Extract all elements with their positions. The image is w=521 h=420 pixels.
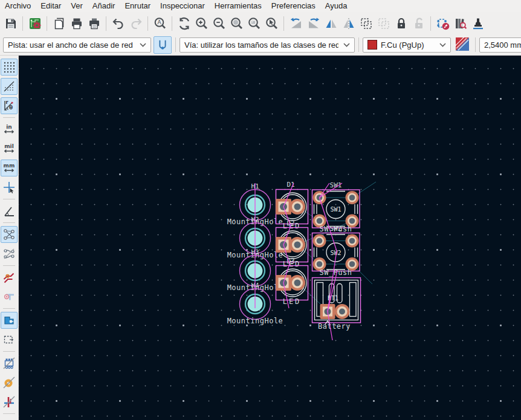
footprint-bt1[interactable]: BT1 Battery: [312, 278, 361, 331]
grid-overrides-toggle[interactable]: [1, 78, 18, 95]
redo-button[interactable]: [127, 15, 144, 32]
pads-sketch-icon: [2, 376, 16, 389]
grid-select[interactable]: 2,5400 mm: [479, 37, 521, 53]
library-browser-button[interactable]: [451, 15, 469, 32]
undo-button[interactable]: [109, 15, 127, 32]
rotate-ccw-icon: [289, 16, 303, 31]
footprint-d3[interactable]: D3 LED: [276, 257, 308, 306]
lock-button[interactable]: [392, 15, 410, 32]
through-hole-sketch-toggle[interactable]: [1, 393, 18, 410]
reference-text[interactable]: SW1: [330, 181, 342, 189]
toolbar-separator: [172, 16, 172, 31]
chevron-down-icon: [343, 43, 350, 47]
zones-filled-icon: [2, 314, 16, 327]
via-size-select[interactable]: Vía: utilizar los tamaños de las clases …: [180, 37, 355, 53]
rotate-ccw-button[interactable]: [287, 15, 305, 32]
layer-value: F.Cu (PgUp): [381, 40, 424, 50]
footprints-sketch-toggle[interactable]: [1, 355, 18, 372]
save-button[interactable]: [2, 15, 19, 32]
stamp-tool-button[interactable]: [469, 15, 487, 32]
value-text[interactable]: SW_Push: [319, 268, 352, 277]
zoom-selection-button[interactable]: [263, 15, 280, 32]
group-button[interactable]: [357, 15, 375, 32]
layer-pair-button[interactable]: [455, 36, 471, 53]
track-posture-icon: [156, 38, 169, 51]
units-inches-icon: in: [2, 123, 16, 136]
board-setup-button[interactable]: [26, 15, 44, 32]
layer-pair-icon: [455, 37, 470, 51]
refresh-icon: [177, 16, 192, 31]
units-inches-toggle[interactable]: in: [1, 121, 18, 138]
units-mm-toggle[interactable]: mm: [1, 160, 18, 176]
zones-filled-toggle[interactable]: [1, 312, 18, 329]
angle-mode-icon: [2, 204, 16, 218]
svg-text:θ: θ: [9, 105, 13, 111]
pads-sketch-toggle[interactable]: [1, 374, 18, 391]
menu-ayuda[interactable]: Ayuda: [320, 0, 352, 12]
value-text[interactable]: MountingHole: [227, 317, 283, 325]
layer-select[interactable]: F.Cu (PgUp): [363, 37, 451, 53]
page-settings-icon: [52, 16, 66, 31]
menu-editar[interactable]: Editar: [36, 0, 66, 12]
reference-text[interactable]: D1: [286, 181, 294, 189]
menu-preferencias[interactable]: Preferencias: [267, 0, 320, 12]
menu-archivo[interactable]: Archivo: [0, 0, 36, 12]
grid-visibility-toggle[interactable]: [1, 59, 18, 76]
settings-toolbar: Pista: usar el ancho de clase de red Vía…: [0, 34, 521, 56]
toolbar-separator: [3, 351, 15, 352]
unlock-button[interactable]: [410, 15, 427, 32]
unlock-icon: [412, 16, 426, 31]
zoom-fit-button[interactable]: [228, 15, 245, 32]
page-settings-button[interactable]: [50, 15, 68, 32]
toolbar-separator: [430, 16, 431, 31]
track-width-select[interactable]: Pista: usar el ancho de clase de red: [3, 37, 151, 53]
zoom-in-button[interactable]: [193, 15, 210, 32]
polar-coordinates-icon: rθ: [2, 99, 16, 112]
svg-text:in: in: [6, 124, 12, 130]
crosshair-cursor-toggle[interactable]: [1, 179, 18, 196]
zones-outline-toggle[interactable]: [1, 331, 18, 348]
reference-text[interactable]: SW2: [330, 225, 342, 233]
menu-inspeccionar[interactable]: Inspeccionar: [155, 0, 210, 12]
tracks-sketch-toggle[interactable]: [1, 269, 18, 286]
plot-button[interactable]: [85, 15, 103, 32]
rotate-cw-button[interactable]: [305, 15, 322, 32]
mirror-vertical-button[interactable]: [340, 15, 357, 32]
via-size-value: Vía: utilizar los tamaños de las clases …: [184, 40, 338, 50]
ungroup-button[interactable]: [375, 15, 392, 32]
plot-icon: [87, 16, 102, 31]
ungroup-icon: [377, 16, 391, 31]
menu-herramientas[interactable]: Herramientas: [210, 0, 267, 12]
curved-ratsnest-toggle[interactable]: [1, 245, 18, 262]
units-mils-toggle[interactable]: mil: [1, 140, 18, 157]
print-button[interactable]: [68, 15, 85, 32]
value-text[interactable]: Battery: [318, 322, 351, 331]
vias-sketch-toggle[interactable]: [1, 288, 18, 305]
zoom-out-button[interactable]: [210, 15, 228, 32]
edit-footprints-button[interactable]: [434, 15, 451, 32]
lock-icon: [394, 16, 409, 31]
pcb-canvas[interactable]: H1 MountingHole H2 MountingHole H3 Mount…: [19, 56, 521, 420]
track-posture-toggle[interactable]: [154, 36, 172, 54]
menu-anadir[interactable]: Añadir: [88, 0, 120, 12]
edit-footprints-icon: [436, 16, 450, 31]
menu-ver[interactable]: Ver: [66, 0, 88, 12]
menu-enrutar[interactable]: Enrutar: [120, 0, 155, 12]
board-setup-icon: [28, 16, 42, 31]
value-text[interactable]: LED: [283, 297, 302, 306]
chevron-down-icon: [140, 43, 146, 47]
polar-coordinates-toggle[interactable]: rθ: [1, 97, 18, 114]
angle-mode-toggle[interactable]: [1, 202, 18, 219]
zoom-objects-button[interactable]: [245, 15, 263, 32]
svg-text:mm: mm: [4, 163, 15, 169]
find-icon: A: [153, 16, 167, 31]
chevron-down-icon: [439, 43, 446, 47]
vias-sketch-icon: [2, 290, 16, 303]
svg-text:A: A: [157, 19, 161, 25]
find-button[interactable]: A: [151, 15, 169, 32]
grid-icon: [2, 60, 16, 74]
units-mils-icon: mil: [2, 142, 16, 155]
flip-horizontal-button[interactable]: [322, 15, 340, 32]
ratsnest-visibility-toggle[interactable]: [1, 226, 18, 243]
refresh-view-button[interactable]: [175, 15, 193, 32]
